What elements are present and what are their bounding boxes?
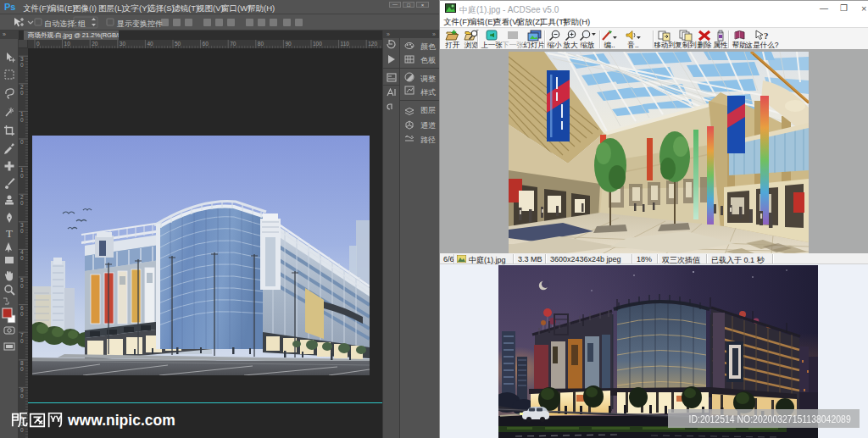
svg-text:0: 0: [20, 200, 24, 206]
svg-text:通道: 通道: [420, 121, 436, 130]
svg-text:»: »: [387, 31, 390, 37]
svg-text:0: 0: [20, 283, 24, 289]
svg-text:2: 2: [20, 84, 24, 90]
svg-text:0: 0: [36, 41, 40, 47]
svg-text:0: 0: [20, 393, 24, 399]
svg-text:4: 4: [20, 249, 24, 255]
svg-text:»: »: [432, 31, 436, 37]
svg-text:20: 20: [92, 41, 98, 47]
svg-text:0: 0: [20, 311, 24, 317]
svg-text:10: 10: [64, 41, 71, 47]
svg-text:110: 110: [341, 41, 350, 47]
svg-text:3: 3: [20, 56, 24, 62]
svg-text:100: 100: [313, 41, 322, 47]
svg-text:5: 5: [20, 277, 24, 283]
svg-text:50: 50: [175, 41, 181, 47]
svg-text:120: 120: [368, 41, 377, 47]
svg-text:1: 1: [20, 167, 24, 173]
svg-text:0: 0: [20, 228, 24, 234]
svg-text:90: 90: [285, 41, 292, 47]
svg-text:80: 80: [258, 41, 264, 47]
svg-text:0: 0: [20, 139, 24, 145]
svg-text:样式: 样式: [420, 88, 436, 97]
svg-text:0: 0: [20, 255, 24, 261]
svg-text:2: 2: [20, 194, 24, 200]
svg-text:3: 3: [20, 222, 24, 228]
svg-text:调整: 调整: [420, 75, 436, 83]
svg-text:颜色: 颜色: [420, 42, 437, 51]
svg-text:7: 7: [20, 332, 24, 338]
svg-text:70: 70: [230, 41, 236, 47]
svg-text:图层: 图层: [420, 106, 436, 114]
svg-text:路径: 路径: [420, 136, 436, 144]
svg-text:色板: 色板: [420, 56, 436, 64]
svg-text:9: 9: [20, 387, 24, 393]
svg-text:0: 0: [20, 62, 24, 68]
svg-text:0: 0: [20, 173, 24, 179]
svg-text:1: 1: [20, 111, 24, 117]
svg-text:0: 0: [20, 90, 24, 96]
svg-text:6: 6: [20, 305, 24, 311]
svg-text:?: ?: [764, 30, 769, 41]
svg-text:0: 0: [20, 338, 24, 344]
svg-text:30: 30: [120, 41, 126, 47]
svg-text:0: 0: [20, 366, 24, 372]
svg-text:60: 60: [203, 41, 209, 47]
svg-text:40: 40: [147, 41, 153, 47]
svg-text:T: T: [6, 227, 13, 240]
svg-text:0: 0: [20, 117, 24, 123]
svg-text:8: 8: [20, 360, 24, 366]
